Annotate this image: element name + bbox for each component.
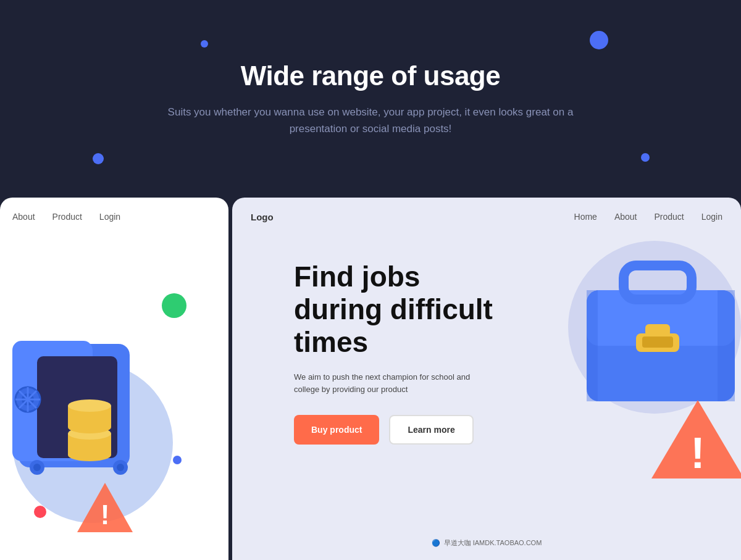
right-nav-item-about[interactable]: About [614,211,637,222]
left-nav-link-about[interactable]: About [12,212,35,222]
briefcase-illustration: ! [556,228,741,488]
svg-rect-26 [642,336,673,348]
right-mockup-card: Logo Home About Product Login Find jobs … [232,198,741,560]
left-nav-links: About Product Login [12,211,120,222]
buy-product-button[interactable]: Buy product [294,415,379,445]
svg-text:!: ! [101,499,110,530]
svg-point-16 [33,464,41,471]
green-dot-decoration [162,293,186,318]
warning-triangle-left: ! [74,480,136,535]
decorative-dot-4 [641,153,650,162]
left-nav-link-product[interactable]: Product [52,212,82,222]
right-navbar-logo-area: Logo [251,212,274,222]
main-subtitle: Suits you whether you wanna use on websi… [148,104,593,137]
svg-rect-27 [587,290,598,401]
svg-point-18 [117,464,124,471]
bottom-section: About Product Login [0,198,741,560]
svg-rect-25 [645,324,670,336]
right-nav-item-login[interactable]: Login [701,211,722,222]
left-navbar: About Product Login [0,198,228,236]
right-nav-link-login[interactable]: Login [701,212,722,222]
right-nav-item-product[interactable]: Product [654,211,684,222]
right-nav-item-home[interactable]: Home [574,211,597,222]
hero-subtitle: We aim to push the next champion for sch… [294,371,492,397]
top-section: Wide range of usage Suits you whether yo… [0,0,741,198]
watermark: 🔵 早道大咖 IAMDK.TAOBAO.COM [432,538,542,548]
nav-logo: Logo [251,212,274,222]
left-nav-item-about[interactable]: About [12,211,35,222]
small-blue-dot-decoration [173,456,182,464]
right-nav-links: Home About Product Login [574,211,722,222]
svg-rect-28 [718,290,735,401]
watermark-icon: 🔵 [432,539,440,547]
right-nav-link-about[interactable]: About [614,212,637,222]
svg-point-8 [68,399,111,412]
decorative-dot-2 [590,31,608,49]
left-mockup-card: About Product Login [0,198,228,560]
right-nav-link-product[interactable]: Product [654,212,684,222]
left-nav-item-product[interactable]: Product [52,211,82,222]
left-nav-item-login[interactable]: Login [99,211,120,222]
svg-text:!: ! [690,429,705,477]
left-nav-link-login[interactable]: Login [99,212,120,222]
hero-title: Find jobs during difficult times [294,261,516,359]
decorative-dot-3 [93,153,104,164]
watermark-text: 早道大咖 IAMDK.TAOBAO.COM [444,538,542,548]
learn-more-button[interactable]: Learn more [389,415,473,445]
right-nav-link-home[interactable]: Home [574,212,597,222]
red-dot-decoration [34,506,46,518]
main-heading: Wide range of usage [241,61,500,91]
decorative-dot-1 [201,40,208,48]
